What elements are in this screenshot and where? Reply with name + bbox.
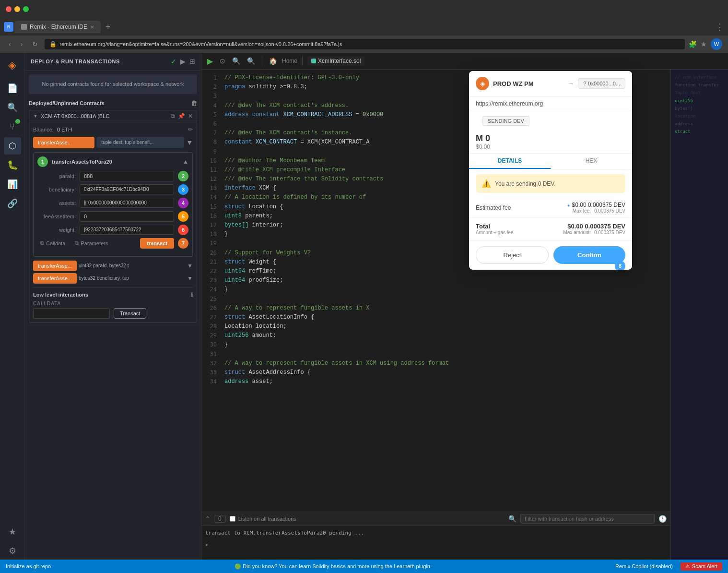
mini-code-2: function transfer xyxy=(675,81,724,89)
deploy-layout-icon[interactable]: ⊞ xyxy=(189,58,195,65)
profile-avatar[interactable]: W xyxy=(711,38,722,50)
total-value: $0.00 0.000375 DEV xyxy=(563,223,625,230)
tab-bar: R Remix - Ethereum IDE ✕ + ⋮ xyxy=(0,18,728,36)
deploy-check-icon[interactable]: ✓ xyxy=(171,58,176,65)
scam-text: Scam Alert xyxy=(692,563,717,569)
zoom-out-icon[interactable]: 🔍 xyxy=(230,55,242,67)
filter-input[interactable] xyxy=(520,514,655,524)
run-icon[interactable]: ▶ xyxy=(205,55,215,68)
expand-terminal-btn[interactable]: ⌃ xyxy=(205,515,210,522)
parameters-tab[interactable]: ⧉ Parameters xyxy=(72,239,111,248)
contract-item: ▼ XCM AT 0X000...0081A (BLC ⧉ 📌 ✕ Balanc… xyxy=(29,110,197,323)
address-bar[interactable]: 🔒 remix.ethereum.org/#lang=en&optimize=f… xyxy=(45,39,685,49)
git-icon: ⑂ xyxy=(10,122,15,132)
bookmark-icon[interactable]: ★ xyxy=(701,40,707,48)
expand-terminal-icon: ⌃ xyxy=(205,515,210,522)
zoom-in-icon[interactable]: 🔍 xyxy=(245,55,257,67)
fn-list-button-3[interactable]: transferAsse... xyxy=(33,273,77,284)
fee-value-container: ⬥ $0.00 0.000375 DEV Max fee: 0.000375 D… xyxy=(567,202,625,214)
sidebar-icon-analytics[interactable]: 📊 xyxy=(4,176,21,193)
sidebar-icon-git[interactable]: ⑂ xyxy=(4,118,21,135)
code-line-26: // A way to represent fungible assets in… xyxy=(224,304,667,313)
sidebar-icon-debug[interactable]: 🐛 xyxy=(4,156,21,174)
clock-icon[interactable]: 🕐 xyxy=(658,515,667,523)
param-input-beneficiary[interactable]: 0xf24FF3a9CF04c71Dbc94D0 xyxy=(80,184,174,194)
close-button[interactable] xyxy=(6,6,12,12)
contract-header[interactable]: ▼ XCM AT 0X000...0081A (BLC ⧉ 📌 ✕ xyxy=(29,110,197,122)
analytics-icon: 📊 xyxy=(7,179,18,190)
wallet-panel: ◈ PROD WZ PM → ? 0x00000...0... https://… xyxy=(469,71,632,270)
listen-checkbox[interactable] xyxy=(230,516,235,522)
scam-alert[interactable]: ⚠ Scam Alert xyxy=(681,562,722,571)
search-terminal-icon[interactable]: 🔍 xyxy=(508,515,517,523)
active-tab[interactable]: Remix - Ethereum IDE ✕ xyxy=(14,21,101,33)
extensions-icon[interactable]: 🧩 xyxy=(689,40,697,48)
delete-contracts-icon[interactable]: 🗑 xyxy=(191,100,197,107)
fn-list-button-2[interactable]: transferAsse... xyxy=(33,261,77,271)
new-tab-button[interactable]: + xyxy=(102,22,115,32)
code-line-29: uint256 amount; xyxy=(224,331,667,340)
contract-close-icon[interactable]: ✕ xyxy=(188,113,193,119)
param-input-assets[interactable]: [["0x00000000000000000000 xyxy=(80,198,174,208)
wallet-tab-hex[interactable]: HEX xyxy=(551,154,632,169)
sidebar-icon-remix-logo[interactable]: ◈ xyxy=(4,57,21,74)
calldata-tab[interactable]: ⧉ Calldata xyxy=(37,239,68,248)
compile-icon[interactable]: ⊙ xyxy=(218,55,227,67)
sidebar-icon-search[interactable]: 🔍 xyxy=(4,99,21,116)
function-dropdown-1[interactable]: transferAsse... xyxy=(33,137,94,148)
fn-chevron-1[interactable]: ▼ xyxy=(186,139,193,146)
contract-copy-icon[interactable]: ⧉ xyxy=(171,113,175,119)
low-level-title: Low level interactions ℹ xyxy=(33,292,193,298)
sidebar-icon-plugins[interactable]: 🔗 xyxy=(4,195,21,212)
transact-button[interactable]: transact xyxy=(140,238,174,249)
settings-icon: ⚙ xyxy=(9,546,16,556)
file-tab-active[interactable]: XcmInterface.sol xyxy=(307,56,364,66)
code-line-23: uint64 proofSize; xyxy=(224,276,667,285)
wallet-tab-details[interactable]: DETAILS xyxy=(469,154,551,169)
git-init-text[interactable]: Initialize as git repo xyxy=(6,563,51,569)
calldata-input[interactable] xyxy=(33,308,110,319)
line-numbers: 12345 678910 1112131415 1617181920 21222… xyxy=(201,70,221,512)
contract-pin-icon[interactable]: 📌 xyxy=(178,113,185,119)
sidebar-icon-star[interactable]: ★ xyxy=(4,523,21,540)
amount-gas-label: Amount + gas fee xyxy=(476,230,514,235)
expanded-fn-chevron[interactable]: ▲ xyxy=(183,158,188,165)
reject-button[interactable]: Reject xyxy=(476,246,549,264)
sidebar-icon-deploy[interactable]: ⬡ xyxy=(4,137,21,155)
deploy-run-icon[interactable]: ▶ xyxy=(180,58,186,65)
remix-logo-icon: ◈ xyxy=(8,59,16,72)
param-input-paraid[interactable]: 888 xyxy=(80,171,174,181)
calldata-transact-button[interactable]: Transact xyxy=(114,308,146,319)
browser-menu-icon[interactable]: ⋮ xyxy=(716,22,724,32)
maximize-button[interactable] xyxy=(23,6,29,12)
back-button[interactable]: ‹ xyxy=(6,39,14,49)
max-amount-row: Max amount: 0.000375 DEV xyxy=(563,230,625,235)
fn-list-chevron-2[interactable]: ▼ xyxy=(187,263,193,269)
info-icon[interactable]: ℹ xyxy=(191,292,193,298)
wallet-address-button[interactable]: ? 0x00000...0... xyxy=(578,78,625,89)
mini-code-6: location xyxy=(675,112,724,120)
step7-badge: 7 xyxy=(178,238,188,249)
param-input-feeassetitem[interactable]: 0 xyxy=(80,211,174,222)
max-amount-label: Max amount: xyxy=(563,230,591,235)
copilot-status[interactable]: Remix Copilot (disabled) xyxy=(615,563,673,569)
param-input-weight[interactable]: [922337203685477580722 xyxy=(80,225,174,235)
fn-list-chevron-3[interactable]: ▼ xyxy=(187,275,193,282)
wallet-arrow-icon[interactable]: → xyxy=(567,80,574,87)
forward-button[interactable]: › xyxy=(18,39,26,49)
listen-toggle[interactable]: Listen on all transactions xyxy=(230,516,296,522)
file-tab-label: XcmInterface.sol xyxy=(318,58,361,64)
terminal-prompt[interactable]: ➤ xyxy=(201,540,670,550)
confirm-button[interactable]: Confirm xyxy=(553,246,625,264)
sidebar-icon-settings[interactable]: ⚙ xyxy=(4,542,21,560)
tab-close-icon[interactable]: ✕ xyxy=(90,24,94,30)
balance-edit-icon[interactable]: ✏ xyxy=(188,126,193,133)
home-icon[interactable]: 🏠 xyxy=(267,55,279,67)
calldata-row: Transact xyxy=(33,308,193,319)
minimize-button[interactable] xyxy=(14,6,20,12)
step6-badge: 6 xyxy=(178,225,188,235)
total-right: $0.00 0.000375 DEV Max amount: 0.000375 … xyxy=(563,223,625,235)
wallet-actions: Reject Confirm 8 xyxy=(469,240,632,270)
refresh-button[interactable]: ↻ xyxy=(29,39,41,49)
sidebar-icon-files[interactable]: 📄 xyxy=(4,80,21,97)
